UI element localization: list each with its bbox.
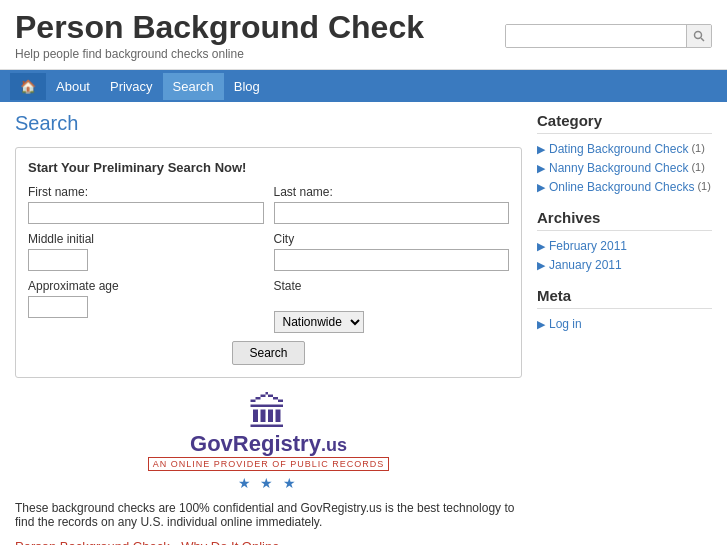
govregistry-tagline: AN ONLINE PROVIDER OF PUBLIC RECORDS (148, 457, 390, 471)
first-name-group: First name: (28, 185, 264, 224)
arrow-icon-2: ▶ (537, 162, 545, 175)
category-nanny-count: (1) (691, 161, 704, 173)
meta-heading: Meta (537, 287, 712, 309)
state-select[interactable]: Nationwide Alabama Alaska Arizona (274, 311, 364, 333)
middle-initial-input[interactable] (28, 249, 88, 271)
archives-heading: Archives (537, 209, 712, 231)
arrow-icon-5: ▶ (537, 259, 545, 272)
age-input[interactable] (28, 296, 88, 318)
age-group: Approximate age (28, 279, 264, 333)
middle-city-row: Middle initial City (28, 232, 509, 271)
search-icon (693, 30, 705, 42)
sidebar-meta-section: Meta ▶ Log in (537, 287, 712, 331)
category-dating-count: (1) (691, 142, 704, 154)
arrow-icon-1: ▶ (537, 143, 545, 156)
city-input[interactable] (274, 249, 510, 271)
middle-initial-label: Middle initial (28, 232, 264, 246)
header: Person Background Check Help people find… (0, 0, 727, 70)
archive-feb: ▶ February 2011 (537, 239, 712, 253)
nav-home[interactable]: 🏠 (10, 73, 46, 100)
category-online-count: (1) (697, 180, 710, 192)
first-name-label: First name: (28, 185, 264, 199)
sidebar: Category ▶ Dating Background Check (1) ▶… (537, 112, 712, 545)
last-name-group: Last name: (274, 185, 510, 224)
main-content: Search Start Your Preliminary Search Now… (15, 112, 522, 545)
category-dating: ▶ Dating Background Check (1) (537, 142, 712, 156)
arrow-icon-4: ▶ (537, 240, 545, 253)
search-button[interactable]: Search (232, 341, 304, 365)
sidebar-category-section: Category ▶ Dating Background Check (1) ▶… (537, 112, 712, 194)
header-search-button[interactable] (686, 25, 711, 47)
site-title: Person Background Check (15, 10, 424, 45)
first-name-input[interactable] (28, 202, 264, 224)
category-heading: Category (537, 112, 712, 134)
content-area: Search Start Your Preliminary Search Now… (0, 102, 727, 545)
nav-blog[interactable]: Blog (224, 73, 270, 100)
govregistry-name: GovRegistry.us (148, 433, 390, 455)
city-group: City (274, 232, 510, 271)
nav-blog-label: Blog (234, 79, 260, 94)
archive-jan-link[interactable]: January 2011 (549, 258, 622, 272)
govregistry-logo: 🏛 GovRegistry.us AN ONLINE PROVIDER OF P… (148, 393, 390, 491)
form-heading: Start Your Preliminary Search Now! (28, 160, 509, 175)
nav-about[interactable]: About (46, 73, 100, 100)
archive-feb-link[interactable]: February 2011 (549, 239, 627, 253)
site-subtitle: Help people find background checks onlin… (15, 47, 424, 61)
nav-privacy-label: Privacy (110, 79, 153, 94)
state-label: State (274, 279, 510, 293)
govregistry-link[interactable]: Person Background Check - Why Do It Onli… (15, 539, 279, 545)
arrow-icon-6: ▶ (537, 318, 545, 331)
meta-login: ▶ Log in (537, 317, 712, 331)
page-title: Search (15, 112, 522, 135)
header-search-box (505, 24, 712, 48)
govregistry-description: These background checks are 100% confide… (15, 501, 522, 529)
category-nanny-link[interactable]: Nanny Background Check (549, 161, 688, 175)
nav-search-label: Search (173, 79, 214, 94)
search-btn-row: Search (28, 341, 509, 365)
sidebar-archives-section: Archives ▶ February 2011 ▶ January 2011 (537, 209, 712, 272)
home-icon: 🏠 (20, 79, 36, 94)
category-online-link[interactable]: Online Background Checks (549, 180, 694, 194)
state-group: State Nationwide Alabama Alaska Arizona (274, 279, 510, 333)
header-branding: Person Background Check Help people find… (15, 10, 424, 61)
category-dating-link[interactable]: Dating Background Check (549, 142, 688, 156)
middle-initial-group: Middle initial (28, 232, 264, 271)
name-row: First name: Last name: (28, 185, 509, 224)
navigation: 🏠 About Privacy Search Blog (0, 70, 727, 102)
archive-jan: ▶ January 2011 (537, 258, 712, 272)
search-form-box: Start Your Preliminary Search Now! First… (15, 147, 522, 378)
nav-privacy[interactable]: Privacy (100, 73, 163, 100)
category-nanny: ▶ Nanny Background Check (1) (537, 161, 712, 175)
age-label: Approximate age (28, 279, 264, 293)
last-name-label: Last name: (274, 185, 510, 199)
last-name-input[interactable] (274, 202, 510, 224)
svg-line-1 (701, 38, 704, 41)
arrow-icon-3: ▶ (537, 181, 545, 194)
govregistry-stars: ★ ★ ★ (148, 475, 390, 491)
age-state-row: Approximate age State Nationwide Alabama… (28, 279, 509, 333)
nav-search[interactable]: Search (163, 73, 224, 100)
header-search-input[interactable] (506, 25, 686, 47)
svg-point-0 (695, 31, 702, 38)
category-online: ▶ Online Background Checks (1) (537, 180, 712, 194)
nav-about-label: About (56, 79, 90, 94)
city-label: City (274, 232, 510, 246)
login-link[interactable]: Log in (549, 317, 582, 331)
building-icon: 🏛 (148, 393, 390, 433)
govregistry-logo-area: 🏛 GovRegistry.us AN ONLINE PROVIDER OF P… (15, 393, 522, 491)
